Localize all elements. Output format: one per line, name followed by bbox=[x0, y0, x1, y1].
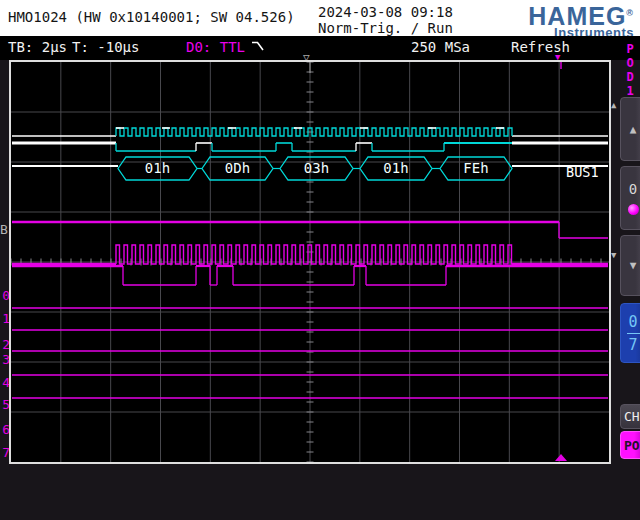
trigger-source-readout[interactable]: D0: TTL bbox=[186, 39, 264, 55]
selected-channel-button[interactable]: 0 bbox=[620, 166, 640, 230]
svg-text:03h: 03h bbox=[304, 160, 329, 176]
svg-text:FEh: FEh bbox=[463, 160, 488, 176]
pod-mode-button[interactable]: PO bbox=[620, 431, 640, 459]
channel-range-button[interactable]: 0 7 bbox=[620, 303, 640, 363]
fraction-divider bbox=[627, 333, 640, 334]
trigger-status: Norm-Trig. / Run bbox=[318, 20, 453, 36]
selected-channel-value: 0 bbox=[629, 181, 637, 197]
pod-scroll-up-icon[interactable]: ▲ bbox=[611, 101, 616, 110]
brand-name: HAMEG® bbox=[452, 1, 634, 28]
datetime: 2024-03-08 09:18 bbox=[318, 4, 453, 20]
status-bar: TB: 2µs T: -10µs D0: TTL 250 MSa Refresh bbox=[0, 36, 640, 60]
header-bar: HMO1024 (HW 0x10140001; SW 04.526) 2024-… bbox=[0, 0, 640, 36]
trigger-time-readout[interactable]: T: -10µs bbox=[72, 39, 139, 55]
range-denominator: 7 bbox=[628, 336, 637, 354]
radio-selected-icon bbox=[628, 204, 639, 215]
display-area: ▽ ▼ ▲ ▼ 01234567 B1 01h0Dh03h01hFEhBUS1 … bbox=[0, 60, 640, 520]
up-arrow-icon: ▲ bbox=[630, 123, 637, 136]
svg-text:0Dh: 0Dh bbox=[225, 160, 250, 176]
falling-edge-icon bbox=[251, 39, 264, 52]
pod-scroll-down-icon[interactable]: ▼ bbox=[611, 251, 616, 260]
range-numerator: 0 bbox=[628, 313, 637, 331]
oscilloscope-screen: HMO1024 (HW 0x10140001; SW 04.526) 2024-… bbox=[0, 0, 640, 520]
ch-mode-button[interactable]: CH bbox=[620, 404, 640, 429]
svg-text:01h: 01h bbox=[383, 160, 408, 176]
graticule: 01h0Dh03h01hFEhBUS1 bbox=[9, 60, 611, 464]
timebase-readout[interactable]: TB: 2µs bbox=[8, 39, 67, 55]
svg-text:01h: 01h bbox=[145, 160, 170, 176]
waveform-canvas: 01h0Dh03h01hFEhBUS1 bbox=[11, 62, 609, 462]
sample-rate-readout: 250 MSa bbox=[411, 39, 470, 55]
channel-up-button[interactable]: ▲ bbox=[620, 97, 640, 161]
acquisition-mode-readout[interactable]: Refresh bbox=[511, 39, 570, 55]
brand-logo: HAMEG® Instruments bbox=[452, 1, 634, 40]
registered-mark-icon: ® bbox=[626, 8, 634, 18]
svg-text:BUS1: BUS1 bbox=[566, 164, 599, 180]
pod1-menu-title: POD1 bbox=[624, 42, 636, 98]
down-arrow-icon: ▼ bbox=[630, 259, 637, 272]
device-model: HMO1024 (HW 0x10140001; SW 04.526) bbox=[8, 9, 295, 25]
channel-down-button[interactable]: ▼ bbox=[620, 235, 640, 296]
